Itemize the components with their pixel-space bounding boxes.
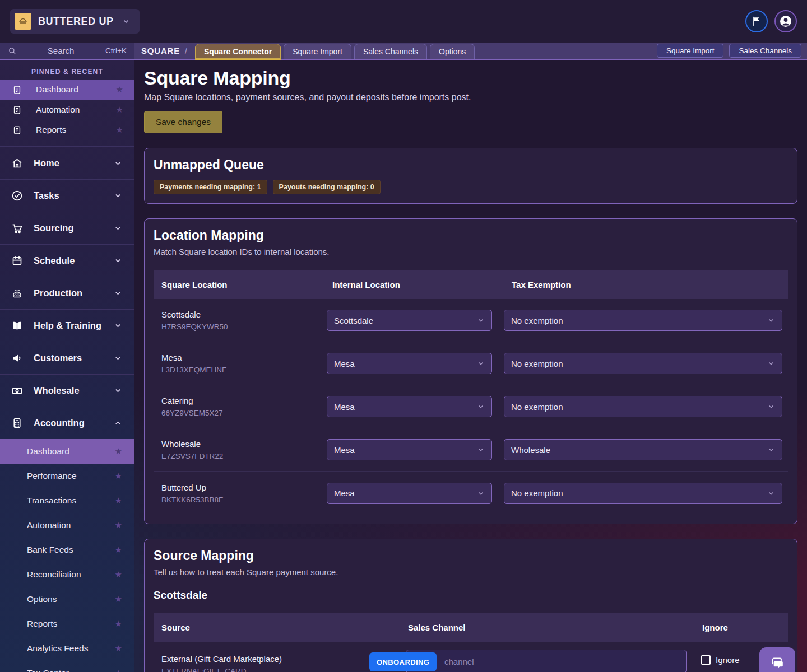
sales-channels-button[interactable]: Sales Channels <box>729 44 801 58</box>
star-icon[interactable]: ★ <box>115 496 122 506</box>
flag-button[interactable] <box>745 10 768 32</box>
chevron-down-icon <box>114 321 122 330</box>
sidebar-item-accounting-options[interactable]: Options ★ <box>0 587 134 612</box>
star-icon[interactable]: ★ <box>115 668 122 672</box>
square-location-id: 66YZ9VSEM5X27 <box>161 409 324 417</box>
sidebar-item-label: Schedule <box>34 255 114 266</box>
sidebar-item-help-training[interactable]: Help & Training <box>0 309 134 342</box>
sidebar-item-label: Customers <box>34 353 114 363</box>
star-icon[interactable]: ★ <box>115 520 122 530</box>
search-input[interactable]: Search Ctrl+K <box>0 43 134 59</box>
table-header-row: Source Sales Channel Ignore <box>154 613 788 642</box>
sidebar-item-accounting-automation[interactable]: Automation ★ <box>0 513 134 538</box>
selected-value: No exemption <box>511 488 563 498</box>
top-header: BUTTERED UP <box>0 0 807 43</box>
pinned-item-dashboard[interactable]: Dashboard ★ <box>0 80 134 100</box>
sidebar-item-label: Sourcing <box>34 223 114 234</box>
sidebar-item-accounting-reconciliation[interactable]: Reconciliation ★ <box>0 562 134 587</box>
sidebar-item-schedule[interactable]: Schedule <box>0 244 134 277</box>
ignore-checkbox[interactable] <box>701 655 711 665</box>
selected-value: No exemption <box>511 359 563 368</box>
sidebar-item-accounting-tax-center[interactable]: Tax Center ★ <box>0 661 134 672</box>
square-location-id: BKTKK6R53BB8F <box>161 496 324 504</box>
selected-value: Mesa <box>334 445 355 455</box>
star-icon[interactable]: ★ <box>115 446 122 456</box>
search-placeholder: Search <box>21 46 101 55</box>
save-changes-button[interactable]: Save changes <box>144 111 222 133</box>
sidebar-subitem-label: Options <box>27 594 115 604</box>
sidebar-item-accounting-transactions[interactable]: Transactions ★ <box>0 488 134 513</box>
column-header-source: Source <box>154 623 400 632</box>
pinned-item-automation[interactable]: Automation ★ <box>0 100 134 120</box>
megaphone-icon <box>11 352 24 364</box>
tab-sales-channels[interactable]: Sales Channels <box>354 44 427 59</box>
page-tabs: Square Connector Square Import Sales Cha… <box>195 43 475 59</box>
page-subtitle: Map Square locations, payment sources, a… <box>144 92 797 102</box>
internal-location-select[interactable]: Mesa <box>327 396 492 417</box>
sidebar-item-accounting-bank-feeds[interactable]: Bank Feeds ★ <box>0 538 134 562</box>
tax-exemption-select[interactable]: No exemption <box>504 310 782 331</box>
tax-exemption-select[interactable]: No exemption <box>504 353 782 374</box>
internal-location-select[interactable]: Mesa <box>327 353 492 374</box>
chevron-down-icon <box>477 489 485 497</box>
sidebar-item-home[interactable]: Home <box>0 147 134 179</box>
star-icon[interactable]: ★ <box>115 619 122 629</box>
onboarding-badge[interactable]: ONBOARDING <box>369 652 437 671</box>
unmapped-queue-card: Unmapped Queue Payments needing mapping:… <box>144 148 797 204</box>
sales-channel-input[interactable] <box>406 650 687 672</box>
pinned-item-reports[interactable]: Reports ★ <box>0 120 134 140</box>
breadcrumb-separator: / <box>185 46 187 55</box>
sidebar-subitem-label: Transactions <box>27 496 115 506</box>
org-switcher[interactable]: BUTTERED UP <box>10 9 140 34</box>
star-icon[interactable]: ★ <box>115 570 122 580</box>
tax-exemption-select[interactable]: No exemption <box>504 396 782 417</box>
chevron-down-icon <box>122 17 131 26</box>
sidebar-item-accounting-performance[interactable]: Performance ★ <box>0 464 134 488</box>
selected-value: Scottsdale <box>334 316 373 325</box>
star-icon[interactable]: ★ <box>115 471 122 481</box>
column-header-ignore: Ignore <box>694 623 788 632</box>
star-icon[interactable]: ★ <box>116 85 123 95</box>
main-content: Square Mapping Map Square locations, pay… <box>134 60 807 672</box>
chevron-down-icon <box>767 403 775 410</box>
internal-location-select[interactable]: Scottsdale <box>327 310 492 331</box>
star-icon[interactable]: ★ <box>115 594 122 604</box>
ledger-icon <box>12 105 22 115</box>
star-icon[interactable]: ★ <box>115 643 122 654</box>
sidebar-item-sourcing[interactable]: Sourcing <box>0 212 134 244</box>
sidebar-item-accounting-analytics-feeds[interactable]: Analytics Feeds ★ <box>0 636 134 661</box>
tab-square-connector[interactable]: Square Connector <box>195 44 281 59</box>
star-icon[interactable]: ★ <box>116 125 123 135</box>
chevron-down-icon <box>114 289 122 297</box>
tax-exemption-select[interactable]: Wholesale <box>504 439 782 460</box>
tax-exemption-select[interactable]: No exemption <box>504 483 782 504</box>
column-header-square-location: Square Location <box>154 280 324 290</box>
internal-location-select[interactable]: Mesa <box>327 483 492 504</box>
sidebar-item-production[interactable]: Production <box>0 277 134 309</box>
selected-value: Mesa <box>334 402 355 412</box>
tab-options[interactable]: Options <box>430 44 475 59</box>
star-icon[interactable]: ★ <box>116 105 123 115</box>
square-import-button[interactable]: Square Import <box>657 44 724 58</box>
square-location-id: E7ZSVS7FDTR22 <box>161 452 324 460</box>
star-icon[interactable]: ★ <box>115 545 122 555</box>
square-location-name: Scottsdale <box>161 310 324 319</box>
source-id: EXTERNAL:GIFT_CARD <box>161 667 400 672</box>
location-mapping-card: Location Mapping Match Square location I… <box>144 218 797 524</box>
internal-location-select[interactable]: Mesa <box>327 439 492 460</box>
sidebar-item-wholesale[interactable]: Wholesale <box>0 374 134 407</box>
chevron-down-icon <box>477 316 485 324</box>
sidebar-item-accounting-reports[interactable]: Reports ★ <box>0 612 134 636</box>
square-location-name: Wholesale <box>161 439 324 449</box>
chat-button[interactable] <box>759 647 795 672</box>
sidebar-item-accounting-dashboard[interactable]: Dashboard ★ <box>0 439 134 464</box>
account-button[interactable] <box>774 10 797 32</box>
brand-name: BUTTERED UP <box>38 16 114 27</box>
payouts-needing-mapping-badge: Payouts needing mapping: 0 <box>273 180 381 194</box>
sidebar-item-label: Wholesale <box>34 385 114 396</box>
table-row: External (Gift Card Marketplace) EXTERNA… <box>154 642 788 672</box>
sidebar-item-accounting[interactable]: Accounting <box>0 407 134 439</box>
sidebar-item-customers[interactable]: Customers <box>0 342 134 374</box>
tab-square-import[interactable]: Square Import <box>284 44 351 59</box>
sidebar-item-tasks[interactable]: Tasks <box>0 179 134 212</box>
